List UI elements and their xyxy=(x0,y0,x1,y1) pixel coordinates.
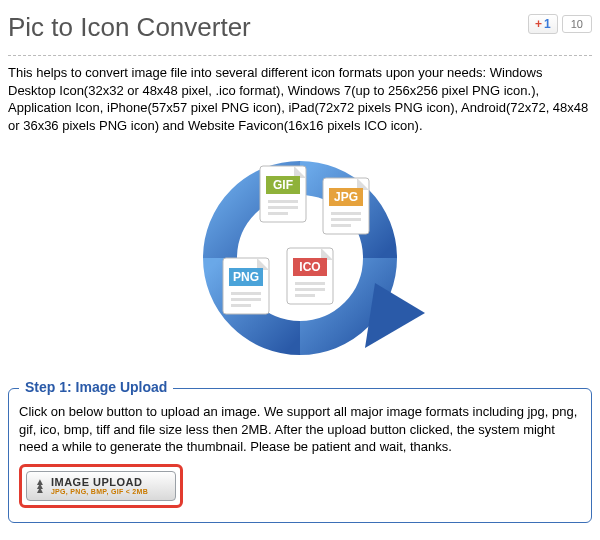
format-illustration: GIF JPG PNG xyxy=(8,148,592,358)
svg-rect-16 xyxy=(231,292,261,295)
ico-icon: ICO xyxy=(299,260,320,274)
step1-description: Click on below button to upload an image… xyxy=(19,403,581,456)
svg-rect-24 xyxy=(295,294,315,297)
svg-marker-0 xyxy=(365,283,425,348)
svg-rect-5 xyxy=(268,206,298,209)
jpg-icon: JPG xyxy=(334,190,358,204)
step1-legend: Step 1: Image Upload xyxy=(19,379,173,395)
description-text: This helps to convert image file into se… xyxy=(8,64,592,134)
plusone-button[interactable]: +1 xyxy=(528,14,558,34)
page-title: Pic to Icon Converter xyxy=(8,12,251,43)
svg-rect-4 xyxy=(268,200,298,203)
image-upload-button[interactable]: ▲▲▲ IMAGE UPLOAD JPG, PNG, BMP, GIF < 2M… xyxy=(26,471,176,501)
svg-rect-22 xyxy=(295,282,325,285)
divider xyxy=(8,55,592,56)
step1-panel: Step 1: Image Upload Click on below butt… xyxy=(8,388,592,523)
gif-icon: GIF xyxy=(273,178,293,192)
upload-button-sublabel: JPG, PNG, BMP, GIF < 2MB xyxy=(51,488,148,496)
upload-button-label: IMAGE UPLOAD xyxy=(51,476,148,488)
svg-rect-12 xyxy=(331,224,351,227)
png-icon: PNG xyxy=(233,270,259,284)
svg-rect-23 xyxy=(295,288,325,291)
svg-rect-10 xyxy=(331,212,361,215)
svg-rect-11 xyxy=(331,218,361,221)
plusone-count: 10 xyxy=(562,15,592,33)
svg-rect-17 xyxy=(231,298,261,301)
svg-rect-6 xyxy=(268,212,288,215)
plusone-widget: +1 10 xyxy=(528,14,592,34)
upload-highlight-box: ▲▲▲ IMAGE UPLOAD JPG, PNG, BMP, GIF < 2M… xyxy=(19,464,183,508)
svg-rect-18 xyxy=(231,304,251,307)
upload-arrows-icon: ▲▲▲ xyxy=(35,480,45,492)
